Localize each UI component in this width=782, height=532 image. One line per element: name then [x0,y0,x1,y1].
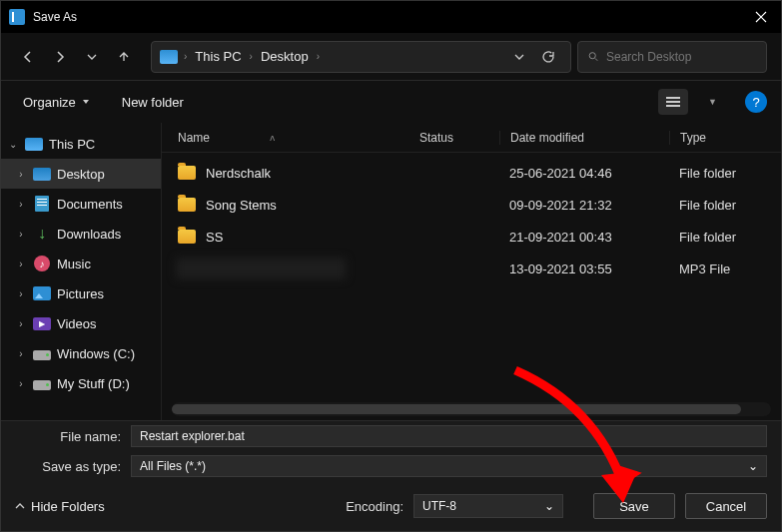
svg-rect-1 [666,97,680,99]
chevron-right-icon: › [15,378,27,389]
svg-rect-2 [666,101,680,103]
column-status[interactable]: Status [419,131,499,145]
sidebar-item-label: Downloads [57,227,121,242]
file-date: 25-06-2021 04:46 [499,166,669,181]
path-segment-desktop[interactable]: Desktop [257,47,313,66]
savetype-select[interactable]: All Files (*.*)⌄ [131,455,767,477]
file-type: File folder [669,230,773,245]
folder-icon [178,230,196,244]
horizontal-scrollbar[interactable] [172,402,771,416]
forward-button[interactable] [47,44,73,70]
help-button[interactable]: ? [745,91,767,113]
file-list: Nerdschalk 25-06-2021 04:46File folder S… [162,153,781,402]
pc-icon [25,138,43,151]
drive-icon [33,380,51,390]
search-box[interactable] [577,41,767,73]
sort-indicator-icon: ʌ [270,133,275,143]
videos-icon: ▶ [33,317,51,330]
address-bar[interactable]: › This PC › Desktop › [151,41,571,73]
pictures-icon [33,286,51,300]
download-icon: ↓ [33,226,51,242]
file-row[interactable]: 13-09-2021 03:55MP3 File [162,253,781,284]
search-input[interactable] [606,50,756,64]
new-folder-label: New folder [122,95,184,110]
nav-row: › This PC › Desktop › [1,33,781,81]
path-segment-thispc[interactable]: This PC [191,47,245,66]
sidebar-item-label: Desktop [57,167,105,182]
chevron-right-icon: › [15,348,27,359]
file-row[interactable]: Song Stems 09-09-2021 21:32File folder [162,189,781,221]
sidebar-item-label: Videos [57,316,97,331]
sidebar-item-thispc[interactable]: ⌄This PC [1,129,161,159]
svg-point-0 [589,53,595,59]
chevron-right-icon: › [15,259,27,269]
new-folder-button[interactable]: New folder [114,91,192,114]
column-name[interactable]: Nameʌ [170,131,419,145]
close-button[interactable] [741,1,781,33]
toolbar: Organize New folder ▼ ? [1,81,781,123]
file-type: File folder [669,166,773,181]
file-date: 13-09-2021 03:55 [499,262,669,276]
cancel-button[interactable]: Cancel [685,493,767,519]
folder-icon [178,166,196,180]
back-button[interactable] [15,44,41,70]
file-name: Nerdschalk [206,166,271,181]
address-dropdown[interactable] [508,52,530,62]
chevron-right-icon: › [15,169,27,180]
sidebar-item-pictures[interactable]: ›Pictures [1,278,161,308]
sidebar-item-label: Documents [57,197,123,212]
document-icon [35,196,49,212]
chevron-right-icon: › [15,288,27,299]
svg-rect-3 [666,105,680,107]
sidebar-item-desktop[interactable]: ›Desktop [1,159,161,189]
filename-input[interactable] [131,425,767,447]
column-date[interactable]: Date modified [499,131,669,145]
desktop-icon [33,168,51,181]
organize-label: Organize [23,95,76,110]
file-type: File folder [669,198,773,213]
column-type[interactable]: Type [669,131,773,145]
save-button[interactable]: Save [593,493,675,519]
sidebar-item-documents[interactable]: ›Documents [1,189,161,219]
search-icon [588,50,598,63]
file-date: 21-09-2021 00:43 [499,230,669,245]
sidebar-item-music[interactable]: ›♪Music [1,249,161,278]
music-icon: ♪ [34,256,50,271]
file-pane: Nameʌ Status Date modified Type Nerdscha… [161,123,781,420]
pc-icon [160,50,178,64]
chevron-up-icon [15,501,25,511]
column-headers: Nameʌ Status Date modified Type [162,123,781,153]
chevron-right-icon: › [15,199,27,210]
savetype-value: All Files (*.*) [140,459,206,473]
titlebar: Save As [1,1,781,33]
filename-label: File name: [15,429,121,444]
view-button[interactable] [658,89,688,115]
drive-icon [33,350,51,360]
view-dropdown[interactable]: ▼ [704,97,721,107]
encoding-label: Encoding: [346,499,403,514]
chevron-down-icon: ⌄ [544,499,554,513]
organize-button[interactable]: Organize [15,91,98,114]
sidebar-item-downloads[interactable]: ›↓Downloads [1,219,161,249]
encoding-value: UTF-8 [422,499,456,513]
refresh-button[interactable] [534,50,562,64]
up-button[interactable] [111,44,137,70]
chevron-right-icon: › [317,51,320,62]
chevron-right-icon: › [15,229,27,240]
recent-dropdown[interactable] [79,44,105,70]
file-row[interactable]: Nerdschalk 25-06-2021 04:46File folder [162,157,781,189]
folder-icon [178,198,196,212]
chevron-right-icon: › [15,318,27,329]
sidebar-item-label: Music [57,257,91,271]
file-name: Song Stems [206,198,277,213]
hide-folders-button[interactable]: Hide Folders [15,499,105,514]
redacted-filename [176,258,346,279]
sidebar-item-drive-d[interactable]: ›My Stuff (D:) [1,368,161,398]
sidebar-item-drive-c[interactable]: ›Windows (C:) [1,338,161,368]
file-date: 09-09-2021 21:32 [499,198,669,213]
encoding-select[interactable]: UTF-8⌄ [413,494,563,518]
app-icon [9,9,25,25]
sidebar-item-videos[interactable]: ›▶Videos [1,308,161,338]
footer: File name: Save as type: All Files (*.*)… [1,420,781,531]
file-row[interactable]: SS 21-09-2021 00:43File folder [162,221,781,253]
